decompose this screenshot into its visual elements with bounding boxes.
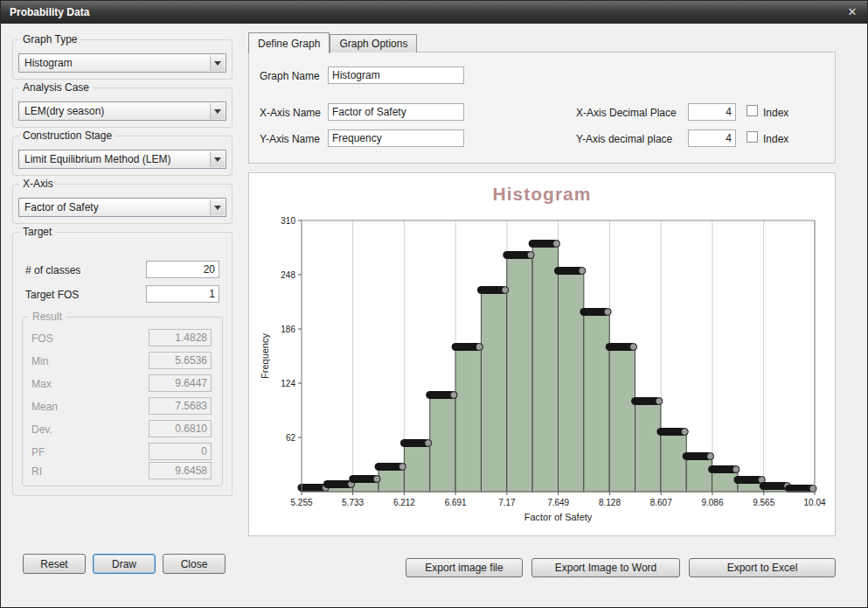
histogram-bar	[481, 290, 506, 492]
export-image-button[interactable]: Export image file	[406, 558, 523, 577]
x-axis-combobox[interactable]: Factor of Safety	[18, 198, 226, 217]
graph-type-value: Histogram	[24, 57, 73, 69]
x-axis-group: X-Axis Factor of Safety	[12, 184, 233, 224]
export-excel-button[interactable]: Export to Excel	[689, 558, 836, 577]
result-dev-label: Dev.	[31, 423, 52, 436]
result-min-label: Min	[31, 355, 48, 367]
titlebar[interactable]: Probability Data ✕	[1, 1, 867, 24]
result-ri-label: RI	[31, 465, 42, 478]
analysis-case-label: Analysis Case	[19, 81, 93, 94]
svg-text:7.649: 7.649	[547, 498, 569, 507]
histogram-bar	[686, 457, 712, 492]
analysis-case-group: Analysis Case LEM(dry season)	[12, 87, 233, 128]
dropdown-arrow-icon[interactable]	[210, 55, 225, 71]
y-index-checkbox[interactable]	[746, 131, 758, 143]
chart-panel: Histogram 621241862483105.2555.7336.2126…	[248, 172, 836, 536]
svg-text:8.128: 8.128	[599, 498, 621, 507]
tab-define-graph[interactable]: Define Graph	[248, 32, 330, 53]
result-max-value	[149, 374, 212, 392]
histogram-bar	[430, 395, 455, 492]
histogram-bar	[532, 244, 558, 492]
histogram-bar	[507, 255, 532, 492]
reset-button[interactable]: Reset	[23, 554, 86, 574]
analysis-case-combobox[interactable]: LEM(dry season)	[18, 101, 226, 121]
tab-graph-options-label: Graph Options	[339, 38, 407, 50]
y-axis-name-input[interactable]	[328, 129, 464, 147]
svg-text:Frequency: Frequency	[260, 333, 270, 379]
svg-text:6.212: 6.212	[393, 498, 415, 507]
x-index-label: Index	[763, 107, 788, 119]
graph-type-combobox[interactable]: Histogram	[18, 53, 226, 73]
target-fos-label: Target FOS	[25, 289, 79, 301]
result-max-label: Max	[31, 378, 52, 390]
window-title: Probability Data	[10, 6, 89, 18]
target-fos-input[interactable]	[146, 285, 219, 303]
svg-text:9.086: 9.086	[701, 498, 723, 507]
result-group: Result FOS Min Max Mean Dev. PF RI	[22, 317, 223, 486]
histogram-bar	[635, 402, 661, 492]
svg-text:Factor of Safety: Factor of Safety	[524, 512, 593, 522]
result-dev-value	[149, 420, 212, 437]
svg-text:5.733: 5.733	[342, 498, 364, 507]
x-axis-value: Factor of Safety	[24, 201, 99, 213]
histogram-bar	[584, 312, 609, 492]
probability-data-dialog: Probability Data ✕ Graph Type Histogram …	[0, 0, 868, 608]
histogram-bar	[661, 432, 686, 492]
histogram-bar	[455, 347, 481, 492]
svg-text:10.04: 10.04	[803, 498, 825, 507]
tab-graph-options[interactable]: Graph Options	[330, 34, 417, 52]
dropdown-arrow-icon[interactable]	[210, 151, 225, 167]
y-axis-name-label: Y-Axis Name	[260, 133, 320, 145]
svg-text:124: 124	[281, 379, 295, 388]
x-axis-name-label: X-Axis Name	[260, 107, 321, 119]
graph-name-label: Graph Name	[260, 70, 320, 82]
histogram-bar	[404, 444, 429, 492]
result-pf-value	[149, 443, 212, 460]
x-index-checkbox[interactable]	[746, 105, 758, 116]
y-decimal-label: Y-Axis decimal place	[576, 133, 672, 145]
dropdown-arrow-icon[interactable]	[210, 199, 225, 215]
histogram-bar	[559, 271, 584, 492]
close-icon[interactable]: ✕	[844, 4, 860, 20]
export-word-button[interactable]: Export Image to Word	[531, 558, 680, 577]
result-mean-label: Mean	[31, 401, 58, 413]
x-decimal-label: X-Axis Decimal Place	[576, 107, 677, 119]
tab-define-graph-label: Define Graph	[258, 38, 320, 50]
classes-input[interactable]	[146, 261, 219, 278]
histogram-bar	[378, 467, 404, 492]
result-mean-value	[149, 397, 212, 415]
svg-text:248: 248	[281, 270, 295, 280]
analysis-case-value: LEM(dry season)	[24, 105, 104, 117]
svg-text:7.17: 7.17	[498, 498, 516, 507]
graph-type-group: Graph Type Histogram	[12, 39, 233, 80]
construction-stage-combobox[interactable]: Limit Equilibrium Method (LEM)	[18, 150, 226, 169]
x-decimal-input[interactable]	[688, 103, 736, 121]
svg-text:5.255: 5.255	[290, 498, 312, 507]
svg-text:310: 310	[281, 216, 295, 226]
y-decimal-input[interactable]	[688, 129, 736, 147]
result-ri-value	[149, 462, 212, 479]
result-fos-value	[149, 329, 212, 346]
graph-type-label: Graph Type	[19, 33, 80, 45]
svg-text:6.691: 6.691	[445, 498, 467, 507]
close-button[interactable]: Close	[163, 554, 226, 574]
result-pf-label: PF	[31, 446, 45, 458]
svg-text:9.565: 9.565	[753, 498, 774, 507]
target-label: Target	[19, 226, 55, 238]
x-axis-name-input[interactable]	[328, 103, 464, 121]
graph-name-input[interactable]	[328, 66, 464, 84]
svg-text:186: 186	[281, 325, 295, 334]
define-graph-panel: Graph Name X-Axis Name Y-Axis Name X-Axi…	[248, 52, 836, 164]
construction-stage-label: Construction Stage	[19, 129, 115, 142]
result-min-value	[149, 352, 212, 369]
chart-title: Histogram	[249, 184, 835, 205]
histogram-chart: 621241862483105.2555.7336.2126.6917.177.…	[256, 212, 829, 532]
dropdown-arrow-icon[interactable]	[210, 103, 225, 119]
draw-button[interactable]: Draw	[93, 554, 156, 574]
result-label: Result	[29, 311, 66, 323]
target-group: Target # of classes Target FOS Result FO…	[12, 232, 233, 496]
classes-label: # of classes	[25, 264, 80, 276]
result-fos-label: FOS	[31, 332, 53, 345]
svg-text:8.607: 8.607	[650, 498, 672, 507]
tab-bar: Define Graph Graph Options	[248, 32, 417, 52]
